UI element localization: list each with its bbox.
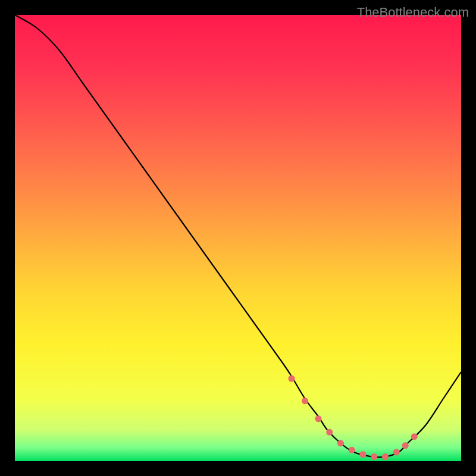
marker-dot: [371, 453, 377, 460]
plot-area: [15, 15, 461, 461]
marker-dot: [289, 375, 295, 382]
marker-dot: [326, 429, 333, 436]
marker-dot: [393, 449, 400, 456]
marker-dot: [360, 451, 367, 458]
chart-container: TheBottleneck.com: [0, 0, 476, 476]
marker-dot: [411, 433, 418, 440]
marker-dot: [337, 440, 344, 447]
marker-dot: [302, 397, 308, 404]
watermark-text: TheBottleneck.com: [357, 5, 469, 20]
marker-dot: [382, 453, 389, 460]
marker-dot: [349, 447, 355, 453]
chart-svg: [15, 15, 461, 461]
marker-dot: [402, 442, 409, 449]
marker-dot: [315, 415, 322, 422]
